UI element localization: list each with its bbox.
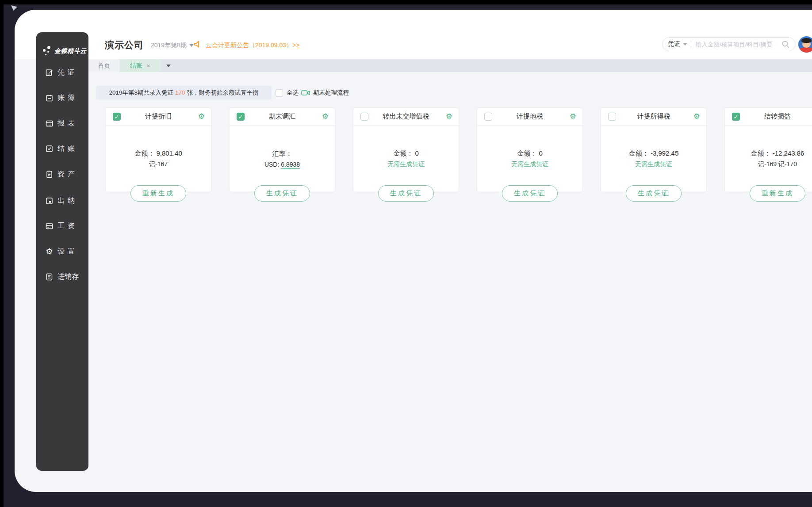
gear-icon[interactable]: ⚙: [693, 112, 700, 121]
sidebar-item-cashier[interactable]: 出纳: [36, 195, 88, 206]
search-input[interactable]: [696, 41, 781, 48]
avatar[interactable]: [798, 36, 812, 53]
gear-icon[interactable]: ⚙: [446, 112, 452, 121]
voucher-icon: [45, 69, 54, 77]
currency-label: USD:: [264, 161, 281, 168]
regenerate-button[interactable]: 重新生成: [130, 185, 186, 202]
no-voucher-note: 无需生成凭证: [635, 160, 672, 168]
generate-voucher-button[interactable]: 生成凭证: [378, 185, 434, 202]
amount-text: 金额： -3,992.45: [629, 149, 679, 158]
ledger-icon: [45, 94, 54, 102]
company-name: 演示公司: [105, 39, 144, 51]
task-card-vat-transfer: 转出未交增值税 ⚙ 金额： 0 无需生成凭证 生成凭证: [353, 107, 459, 192]
tab-label: 结账: [130, 62, 142, 70]
period-summary: 2019年第8期共录入凭证 170 张，财务初始余额试算平衡: [96, 86, 272, 99]
logo-text: 金蝶精斗云: [54, 47, 87, 55]
process-flow-label: 期末处理流程: [313, 89, 349, 97]
checkbox-checked-icon[interactable]: ✓: [237, 113, 245, 121]
top-header: 演示公司 2019年第8期 云会计更新公告（2019.09.03）>> 凭证: [15, 10, 812, 59]
amount-text: 金额： -12,243.86: [751, 149, 804, 158]
search-icon[interactable]: [781, 40, 790, 49]
gear-icon: ⚙: [45, 248, 54, 256]
sidebar-item-asset[interactable]: 资产: [36, 168, 88, 180]
sidebar-item-label: 出纳: [57, 196, 78, 206]
task-card-local-tax: 计提地税 ⚙ 金额： 0 无需生成凭证 生成凭证: [477, 107, 583, 192]
sidebar-item-label: 报表: [57, 119, 78, 128]
speaker-icon: [193, 40, 202, 50]
voucher-ref: 记-167: [149, 160, 168, 168]
sidebar-item-label: 账簿: [57, 93, 78, 103]
summary-text: 张，财务初始余额试算平衡: [187, 89, 259, 97]
regenerate-button[interactable]: 重新生成: [750, 185, 805, 202]
card-title: 结转损益: [764, 112, 791, 121]
process-flow-link[interactable]: 期末处理流程: [301, 89, 349, 97]
logo-dots-icon: [42, 46, 54, 57]
summary-text: 2019年第8期共录入凭证: [109, 89, 173, 97]
tab-bar: 首页 结账 ×: [88, 59, 812, 72]
payroll-icon: [45, 222, 54, 230]
sidebar-item-voucher[interactable]: 凭证: [36, 67, 88, 78]
announcement-link[interactable]: 云会计更新公告（2019.09.03）>>: [206, 42, 299, 50]
amount-text: 金额： 9,801.40: [134, 149, 182, 158]
generate-voucher-button[interactable]: 生成凭证: [626, 185, 682, 202]
sidebar: 金蝶精斗云 凭证 账簿 报表 结账 资产 出纳 工资: [36, 32, 88, 471]
divider: [691, 41, 691, 48]
tab-list-dropdown[interactable]: [161, 59, 176, 72]
checkbox-unchecked-icon[interactable]: [484, 113, 492, 121]
task-card-depreciation: ✓ 计提折旧 ⚙ 金额： 9,801.40 记-167 重新生成: [105, 107, 211, 192]
gear-icon[interactable]: ⚙: [322, 112, 329, 121]
video-icon: [301, 89, 310, 96]
task-card-profit-loss: ✓ 结转损益 ⚙ 金额： -12,243.86 记-169 记-170 重新生成: [724, 107, 812, 192]
avatar-hair: [801, 38, 812, 43]
sidebar-item-closing[interactable]: 结账: [36, 143, 88, 154]
checkbox-checked-icon[interactable]: ✓: [732, 113, 740, 121]
select-all-checkbox[interactable]: 全选: [276, 89, 299, 97]
checkbox-unchecked-icon[interactable]: [360, 113, 368, 121]
sidebar-item-label: 设置: [57, 247, 78, 256]
period-selector[interactable]: 2019年第8期: [151, 42, 194, 50]
no-voucher-note: 无需生成凭证: [387, 160, 425, 168]
sidebar-item-label: 进销存: [57, 272, 79, 282]
gear-icon[interactable]: ⚙: [198, 112, 205, 121]
sidebar-item-report[interactable]: 报表: [36, 118, 88, 129]
generate-voucher-button[interactable]: 生成凭证: [254, 185, 310, 202]
gear-icon[interactable]: ⚙: [570, 112, 576, 121]
asset-icon: [45, 170, 54, 179]
task-card-income-tax: 计提所得税 ⚙ 金额： -3,992.45 无需生成凭证 生成凭证: [601, 107, 707, 192]
checkbox-checked-icon[interactable]: ✓: [113, 113, 121, 121]
sidebar-item-ledger[interactable]: 账簿: [36, 92, 88, 103]
chevron-down-icon[interactable]: [683, 43, 687, 46]
sidebar-item-inventory[interactable]: 进销存: [36, 271, 88, 282]
card-title: 计提地税: [517, 112, 543, 121]
amount-text: 金额： 0: [517, 149, 543, 158]
no-voucher-note: 无需生成凭证: [511, 160, 548, 168]
task-card-fx-adjust: ✓ 期末调汇 ⚙ 汇率： USD: 6.8938 生成凭证: [229, 107, 335, 192]
search-category-select[interactable]: 凭证: [668, 40, 680, 48]
card-title: 转出未交增值税: [383, 112, 429, 121]
card-title: 计提折旧: [145, 112, 172, 121]
rate-label: 汇率：: [272, 150, 292, 158]
cashier-icon: [45, 197, 54, 205]
sidebar-item-label: 资产: [57, 170, 78, 179]
generate-voucher-button[interactable]: 生成凭证: [502, 185, 558, 202]
app-window: 演示公司 2019年第8期 云会计更新公告（2019.09.03）>> 凭证: [15, 10, 812, 492]
sidebar-item-payroll[interactable]: 工资: [36, 220, 88, 232]
sidebar-item-label: 结账: [57, 144, 78, 153]
close-icon[interactable]: ×: [146, 62, 150, 69]
report-icon: [45, 119, 54, 128]
app-logo: 金蝶精斗云: [42, 46, 87, 57]
checkbox-unchecked-icon[interactable]: [608, 113, 616, 121]
sidebar-item-settings[interactable]: ⚙ 设置: [36, 246, 88, 257]
voucher-ref: 记-169 记-170: [758, 160, 797, 168]
tab-closing[interactable]: 结账 ×: [119, 59, 161, 72]
card-title: 计提所得税: [637, 112, 670, 121]
checkbox[interactable]: [276, 89, 283, 97]
avatar-clothes: [798, 47, 812, 53]
inventory-icon: [45, 273, 54, 281]
tab-home[interactable]: 首页: [88, 59, 119, 72]
closing-icon: [45, 145, 54, 153]
chevron-down-icon: [166, 65, 171, 67]
card-title: 期末调汇: [269, 112, 295, 121]
sidebar-item-label: 凭证: [57, 68, 78, 77]
rate-value[interactable]: 6.8938: [281, 161, 300, 169]
